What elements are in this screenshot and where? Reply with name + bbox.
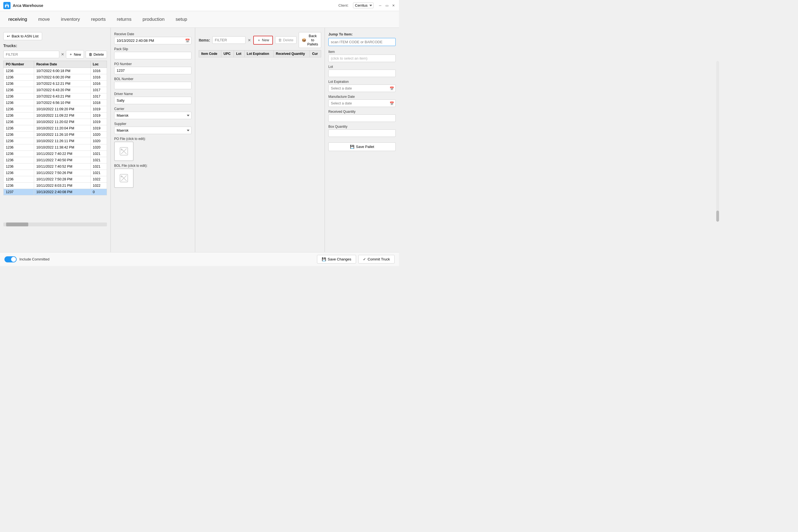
supplier-row: Supplier Maersk Supplier 2 Supplier 3 (114, 122, 191, 134)
nav-receiving[interactable]: receiving (8, 16, 27, 23)
cell-po: 1236 (4, 164, 34, 170)
carrier-row: Carrier Maersk FedEx UPS DHL (114, 107, 191, 119)
bottom-buttons: 💾 Save Changes ✓ Commit Truck (317, 255, 395, 264)
driver-name-input[interactable] (114, 97, 191, 104)
table-row[interactable]: 1236 10/10/2022 11:20:02 PM 1019 (4, 119, 107, 125)
lot-field: Lot (328, 65, 396, 77)
box-qty-label: Box Quantity (328, 125, 396, 129)
cell-po: 1236 (4, 87, 34, 93)
table-row[interactable]: 1236 10/10/2022 11:09:22 PM 1019 (4, 113, 107, 119)
nav-move[interactable]: move (38, 16, 50, 23)
trucks-new-button[interactable]: ＋ New (66, 50, 84, 58)
cell-po: 1236 (4, 183, 34, 189)
table-row[interactable]: 1236 10/7/2022 6:12:21 PM 1016 (4, 81, 107, 87)
bol-number-input[interactable] (114, 82, 191, 89)
po-number-input[interactable] (114, 67, 191, 74)
col-receive-date: Receive Date (34, 61, 90, 68)
navbar: receiving move inventory reports returns… (0, 11, 399, 28)
nav-returns[interactable]: returns (117, 16, 132, 23)
minimize-button[interactable]: ─ (378, 3, 382, 8)
box-qty-input[interactable] (328, 129, 396, 137)
window-controls: ─ ▭ ✕ (378, 3, 396, 8)
table-row[interactable]: 1236 10/10/2022 11:09:20 PM 1019 (4, 106, 107, 113)
table-row[interactable]: 1236 10/11/2022 7:50:28 PM 1022 (4, 176, 107, 183)
nav-setup[interactable]: setup (176, 16, 187, 23)
table-row[interactable]: 1236 10/11/2022 7:40:52 PM 1021 (4, 164, 107, 170)
include-committed-label: Include Committed (19, 257, 49, 261)
receive-date-input[interactable] (114, 37, 191, 44)
supplier-label: Supplier (114, 122, 191, 126)
table-row[interactable]: 1236 10/7/2022 6:56:10 PM 1018 (4, 100, 107, 106)
table-row[interactable]: 1237 10/13/2022 2:40:08 PM 0 (4, 189, 107, 195)
manufacture-date-input[interactable] (328, 99, 396, 107)
app-title: Arca Warehouse (13, 3, 43, 8)
lot-label: Lot (328, 65, 396, 69)
cell-po: 1236 (4, 138, 34, 144)
items-delete-button[interactable]: 🗑 Delete (275, 36, 297, 44)
bol-number-label: BOL Number (114, 77, 191, 81)
items-filter-clear[interactable]: ✕ (248, 38, 251, 42)
save-pallet-button[interactable]: 💾 Save Pallet (328, 142, 396, 151)
table-row[interactable]: 1236 10/10/2022 11:20:04 PM 1019 (4, 125, 107, 132)
lot-input[interactable] (328, 70, 396, 77)
cell-po: 1236 (4, 170, 34, 176)
titlebar-right: Client: Cerritus ─ ▭ ✕ (338, 2, 396, 8)
table-row[interactable]: 1236 10/7/2022 6:00:20 PM 1016 (4, 74, 107, 81)
carrier-select[interactable]: Maersk FedEx UPS DHL (114, 112, 191, 119)
svg-point-5 (121, 149, 122, 150)
back-asn-button[interactable]: ↩ Back to ASN List (3, 32, 42, 40)
supplier-select[interactable]: Maersk Supplier 2 Supplier 3 (114, 127, 191, 134)
table-row[interactable]: 1236 10/11/2022 7:50:26 PM 1021 (4, 170, 107, 176)
table-row[interactable]: 1236 10/11/2022 8:03:21 PM 1022 (4, 183, 107, 189)
table-row[interactable]: 1236 10/7/2022 6:43:21 PM 1017 (4, 93, 107, 100)
received-qty-input[interactable] (328, 114, 396, 122)
cell-loc: 1016 (90, 74, 107, 81)
table-row[interactable]: 1236 10/10/2022 11:26:11 PM 1020 (4, 138, 107, 144)
cell-loc: 1021 (90, 157, 107, 164)
po-number-label: PO Number (114, 62, 191, 66)
nav-production[interactable]: production (142, 16, 164, 23)
col-cur: Cur (310, 51, 321, 57)
cell-date: 10/10/2022 11:20:04 PM (34, 125, 90, 132)
cell-loc: 1019 (90, 113, 107, 119)
table-row[interactable]: 1236 10/11/2022 7:40:22 PM 1021 (4, 151, 107, 157)
items-filter-input[interactable] (212, 36, 246, 44)
client-label: Client: (338, 3, 348, 7)
bol-file-upload[interactable] (114, 169, 134, 188)
trucks-filter-clear[interactable]: ✕ (61, 52, 64, 57)
trucks-filter-row: ✕ ＋ New 🗑 Delete (3, 50, 107, 58)
bol-file-label: BOL File (click to edit): (114, 164, 191, 168)
cell-date: 10/10/2022 11:09:22 PM (34, 113, 90, 119)
back-pallets-button[interactable]: 📦 Back to Pallets (299, 32, 321, 48)
items-new-button[interactable]: ＋ New (253, 36, 273, 44)
item-field: Item (click to select an item) (328, 50, 396, 62)
table-row[interactable]: 1236 10/7/2022 6:43:20 PM 1017 (4, 87, 107, 93)
cell-loc: 1022 (90, 183, 107, 189)
po-number-row: PO Number (114, 62, 191, 74)
trucks-delete-button[interactable]: 🗑 Delete (86, 51, 107, 58)
table-row[interactable]: 1236 10/11/2022 7:40:50 PM 1021 (4, 157, 107, 164)
pack-slip-input[interactable] (114, 52, 191, 59)
nav-inventory[interactable]: inventory (61, 16, 80, 23)
table-row[interactable]: 1236 10/7/2022 6:00:18 PM 1016 (4, 68, 107, 74)
item-value[interactable]: (click to select an item) (328, 55, 396, 62)
jump-input[interactable] (328, 38, 396, 46)
maximize-button[interactable]: ▭ (385, 3, 389, 8)
close-button[interactable]: ✕ (391, 3, 396, 8)
trucks-table: PO Number Receive Date Loc 1236 10/7/202… (3, 61, 107, 195)
receive-panel: Receive Date 📅 Pack Slip PO Number BOL N… (111, 28, 195, 252)
cell-loc: 0 (90, 189, 107, 195)
trucks-filter-input[interactable] (3, 51, 59, 58)
commit-truck-button[interactable]: ✓ Commit Truck (358, 255, 395, 264)
save-changes-button[interactable]: 💾 Save Changes (317, 255, 356, 264)
table-row[interactable]: 1236 10/10/2022 11:26:10 PM 1020 (4, 132, 107, 138)
table-row[interactable]: 1236 10/10/2022 11:38:42 PM 1020 (4, 144, 107, 151)
receive-date-wrapper: 📅 (114, 37, 191, 44)
po-file-upload[interactable] (114, 141, 134, 161)
client-select[interactable]: Cerritus (353, 2, 374, 8)
include-committed-toggle[interactable] (4, 256, 17, 262)
lot-expiration-input[interactable] (328, 84, 396, 92)
cell-po: 1236 (4, 113, 34, 119)
cell-loc: 1020 (90, 144, 107, 151)
nav-reports[interactable]: reports (91, 16, 106, 23)
